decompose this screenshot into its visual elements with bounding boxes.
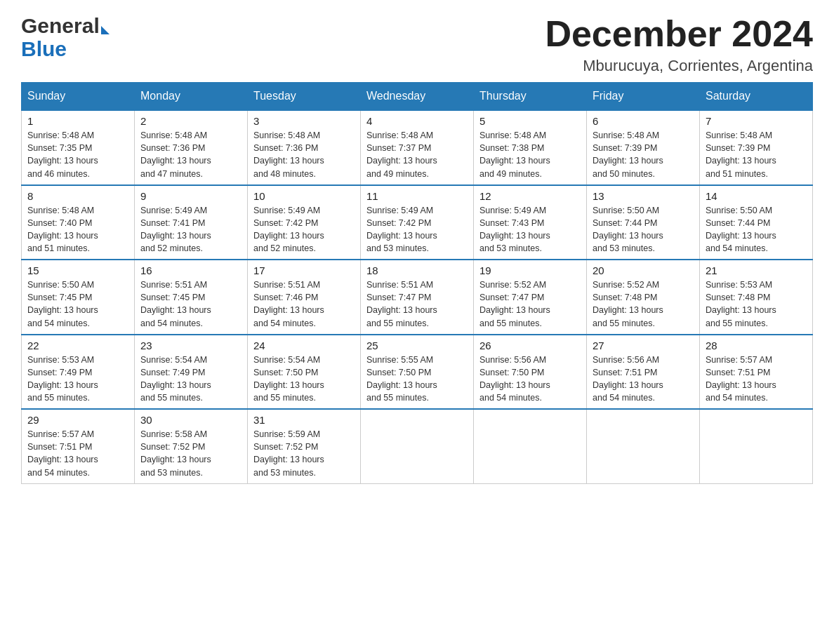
calendar-cell: 31Sunrise: 5:59 AMSunset: 7:52 PMDayligh… — [248, 409, 361, 483]
calendar-cell: 4Sunrise: 5:48 AMSunset: 7:37 PMDaylight… — [361, 110, 474, 185]
day-number: 7 — [706, 115, 807, 127]
calendar-week-row: 15Sunrise: 5:50 AMSunset: 7:45 PMDayligh… — [22, 260, 813, 335]
page-subtitle: Mburucuya, Corrientes, Argentina — [545, 57, 813, 75]
calendar-week-row: 29Sunrise: 5:57 AMSunset: 7:51 PMDayligh… — [22, 409, 813, 483]
day-info: Sunrise: 5:48 AMSunset: 7:39 PMDaylight:… — [593, 129, 694, 180]
day-number: 30 — [140, 414, 241, 426]
calendar-table: SundayMondayTuesdayWednesdayThursdayFrid… — [21, 82, 813, 484]
calendar-cell: 10Sunrise: 5:49 AMSunset: 7:42 PMDayligh… — [248, 185, 361, 260]
logo-general-text: General — [21, 14, 100, 37]
calendar-cell — [700, 409, 813, 483]
logo-blue-text: Blue — [21, 37, 110, 60]
day-number: 21 — [706, 264, 807, 276]
calendar-cell: 25Sunrise: 5:55 AMSunset: 7:50 PMDayligh… — [361, 335, 474, 410]
day-info: Sunrise: 5:49 AMSunset: 7:42 PMDaylight:… — [253, 204, 355, 255]
day-number: 23 — [140, 340, 241, 351]
day-info: Sunrise: 5:48 AMSunset: 7:38 PMDaylight:… — [479, 129, 581, 180]
day-number: 24 — [253, 340, 355, 351]
day-info: Sunrise: 5:56 AMSunset: 7:50 PMDaylight:… — [479, 354, 581, 405]
day-info: Sunrise: 5:50 AMSunset: 7:45 PMDaylight:… — [27, 279, 128, 330]
calendar-week-row: 1Sunrise: 5:48 AMSunset: 7:35 PMDaylight… — [22, 110, 813, 185]
calendar-cell: 13Sunrise: 5:50 AMSunset: 7:44 PMDayligh… — [587, 185, 700, 260]
col-header-tuesday: Tuesday — [248, 83, 361, 111]
col-header-thursday: Thursday — [474, 83, 587, 111]
day-info: Sunrise: 5:57 AMSunset: 7:51 PMDaylight:… — [706, 354, 807, 405]
calendar-cell: 29Sunrise: 5:57 AMSunset: 7:51 PMDayligh… — [22, 409, 135, 483]
day-info: Sunrise: 5:51 AMSunset: 7:45 PMDaylight:… — [140, 279, 241, 330]
day-number: 3 — [253, 115, 355, 127]
day-number: 6 — [593, 115, 694, 127]
col-header-saturday: Saturday — [700, 83, 813, 111]
day-info: Sunrise: 5:53 AMSunset: 7:49 PMDaylight:… — [27, 354, 128, 405]
day-info: Sunrise: 5:49 AMSunset: 7:41 PMDaylight:… — [140, 204, 241, 255]
day-number: 11 — [366, 190, 468, 202]
day-number: 2 — [140, 115, 241, 127]
calendar-cell: 3Sunrise: 5:48 AMSunset: 7:36 PMDaylight… — [248, 110, 361, 185]
calendar-cell: 24Sunrise: 5:54 AMSunset: 7:50 PMDayligh… — [248, 335, 361, 410]
calendar-cell: 28Sunrise: 5:57 AMSunset: 7:51 PMDayligh… — [700, 335, 813, 410]
day-number: 17 — [253, 264, 355, 276]
day-info: Sunrise: 5:49 AMSunset: 7:43 PMDaylight:… — [479, 204, 581, 255]
calendar-cell: 6Sunrise: 5:48 AMSunset: 7:39 PMDaylight… — [587, 110, 700, 185]
day-number: 27 — [593, 340, 694, 351]
calendar-cell: 9Sunrise: 5:49 AMSunset: 7:41 PMDaylight… — [135, 185, 248, 260]
calendar-cell: 16Sunrise: 5:51 AMSunset: 7:45 PMDayligh… — [135, 260, 248, 335]
day-number: 28 — [706, 340, 807, 351]
calendar-cell: 30Sunrise: 5:58 AMSunset: 7:52 PMDayligh… — [135, 409, 248, 483]
day-info: Sunrise: 5:48 AMSunset: 7:35 PMDaylight:… — [27, 129, 128, 180]
calendar-cell — [361, 409, 474, 483]
day-info: Sunrise: 5:48 AMSunset: 7:36 PMDaylight:… — [253, 129, 355, 180]
day-info: Sunrise: 5:51 AMSunset: 7:47 PMDaylight:… — [366, 279, 468, 330]
col-header-sunday: Sunday — [22, 83, 135, 111]
calendar-cell: 18Sunrise: 5:51 AMSunset: 7:47 PMDayligh… — [361, 260, 474, 335]
day-number: 22 — [27, 340, 128, 351]
page-header: General Blue December 2024 Mburucuya, Co… — [21, 14, 813, 75]
calendar-cell: 5Sunrise: 5:48 AMSunset: 7:38 PMDaylight… — [474, 110, 587, 185]
day-info: Sunrise: 5:48 AMSunset: 7:36 PMDaylight:… — [140, 129, 241, 180]
day-number: 4 — [366, 115, 468, 127]
day-info: Sunrise: 5:57 AMSunset: 7:51 PMDaylight:… — [27, 428, 128, 479]
col-header-friday: Friday — [587, 83, 700, 111]
day-number: 19 — [479, 264, 581, 276]
day-number: 8 — [27, 190, 128, 202]
calendar-cell: 12Sunrise: 5:49 AMSunset: 7:43 PMDayligh… — [474, 185, 587, 260]
day-info: Sunrise: 5:48 AMSunset: 7:40 PMDaylight:… — [27, 204, 128, 255]
calendar-week-row: 22Sunrise: 5:53 AMSunset: 7:49 PMDayligh… — [22, 335, 813, 410]
day-info: Sunrise: 5:54 AMSunset: 7:49 PMDaylight:… — [140, 354, 241, 405]
day-info: Sunrise: 5:50 AMSunset: 7:44 PMDaylight:… — [706, 204, 807, 255]
calendar-cell: 20Sunrise: 5:52 AMSunset: 7:48 PMDayligh… — [587, 260, 700, 335]
calendar-cell: 26Sunrise: 5:56 AMSunset: 7:50 PMDayligh… — [474, 335, 587, 410]
calendar-cell: 22Sunrise: 5:53 AMSunset: 7:49 PMDayligh… — [22, 335, 135, 410]
day-number: 12 — [479, 190, 581, 202]
day-number: 26 — [479, 340, 581, 351]
day-info: Sunrise: 5:48 AMSunset: 7:37 PMDaylight:… — [366, 129, 468, 180]
day-number: 16 — [140, 264, 241, 276]
calendar-cell: 11Sunrise: 5:49 AMSunset: 7:42 PMDayligh… — [361, 185, 474, 260]
col-header-monday: Monday — [135, 83, 248, 111]
calendar-cell: 1Sunrise: 5:48 AMSunset: 7:35 PMDaylight… — [22, 110, 135, 185]
day-info: Sunrise: 5:53 AMSunset: 7:48 PMDaylight:… — [706, 279, 807, 330]
day-info: Sunrise: 5:48 AMSunset: 7:39 PMDaylight:… — [706, 129, 807, 180]
day-info: Sunrise: 5:56 AMSunset: 7:51 PMDaylight:… — [593, 354, 694, 405]
day-number: 13 — [593, 190, 694, 202]
day-number: 31 — [253, 414, 355, 426]
calendar-cell — [587, 409, 700, 483]
calendar-cell: 14Sunrise: 5:50 AMSunset: 7:44 PMDayligh… — [700, 185, 813, 260]
logo-arrow-icon — [101, 26, 110, 34]
col-header-wednesday: Wednesday — [361, 83, 474, 111]
day-number: 29 — [27, 414, 128, 426]
calendar-cell: 7Sunrise: 5:48 AMSunset: 7:39 PMDaylight… — [700, 110, 813, 185]
day-info: Sunrise: 5:54 AMSunset: 7:50 PMDaylight:… — [253, 354, 355, 405]
day-info: Sunrise: 5:55 AMSunset: 7:50 PMDaylight:… — [366, 354, 468, 405]
calendar-cell: 21Sunrise: 5:53 AMSunset: 7:48 PMDayligh… — [700, 260, 813, 335]
day-number: 1 — [27, 115, 128, 127]
day-info: Sunrise: 5:52 AMSunset: 7:47 PMDaylight:… — [479, 279, 581, 330]
calendar-header-row: SundayMondayTuesdayWednesdayThursdayFrid… — [22, 83, 813, 111]
calendar-cell: 2Sunrise: 5:48 AMSunset: 7:36 PMDaylight… — [135, 110, 248, 185]
calendar-cell — [474, 409, 587, 483]
calendar-cell: 23Sunrise: 5:54 AMSunset: 7:49 PMDayligh… — [135, 335, 248, 410]
calendar-cell: 27Sunrise: 5:56 AMSunset: 7:51 PMDayligh… — [587, 335, 700, 410]
day-info: Sunrise: 5:58 AMSunset: 7:52 PMDaylight:… — [140, 428, 241, 479]
day-number: 20 — [593, 264, 694, 276]
logo: General Blue — [21, 14, 110, 60]
